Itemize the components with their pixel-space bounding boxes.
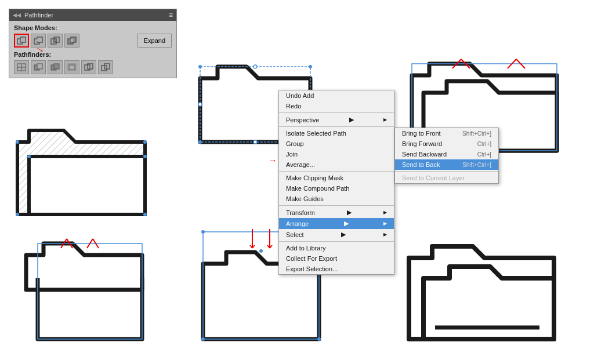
- ctx-isolate[interactable]: Isolate Selected Path: [279, 128, 394, 139]
- pathfinder-panel: ◀◀ Pathfinder ≡ Shape Modes:: [9, 9, 177, 78]
- context-menu[interactable]: Undo Add Redo Perspective▶ Isolate Selec…: [278, 90, 394, 275]
- svg-point-25: [16, 140, 19, 144]
- svg-rect-7: [54, 39, 56, 42]
- svg-point-29: [27, 155, 31, 158]
- svg-point-39: [253, 140, 257, 144]
- folder-final: [400, 226, 563, 350]
- outline-button[interactable]: [81, 60, 96, 74]
- svg-point-36: [253, 65, 257, 68]
- ctx-collect-export[interactable]: Collect For Export: [279, 253, 394, 264]
- crop-button[interactable]: [64, 60, 79, 74]
- pathfinders-label: Pathfinders:: [14, 51, 172, 58]
- svg-point-61: [259, 249, 263, 253]
- trim-button[interactable]: [31, 60, 46, 74]
- svg-point-32: [198, 65, 202, 68]
- ctx-sep-2: [279, 126, 394, 127]
- panel-titlebar: ◀◀ Pathfinder ≡: [9, 9, 176, 21]
- ctx-bring-forward[interactable]: Bring Forward Ctrl+]: [395, 139, 498, 149]
- svg-rect-17: [54, 64, 59, 69]
- svg-point-28: [143, 213, 147, 216]
- ctx-arrange[interactable]: Arrange▶: [279, 218, 394, 229]
- ctx-join[interactable]: Join: [279, 149, 394, 159]
- ctx-group[interactable]: Group: [279, 139, 394, 149]
- svg-point-30: [143, 155, 147, 158]
- ctx-sep-1: [279, 112, 394, 113]
- ctx-send-current-layer[interactable]: Send to Current Layer: [395, 173, 498, 183]
- arrange-submenu[interactable]: Bring to Front Shift+Ctrl+] Bring Forwar…: [394, 128, 499, 184]
- ctx-sep-3: [279, 171, 394, 172]
- expand-button[interactable]: Expand: [137, 34, 172, 48]
- svg-point-26: [143, 140, 147, 144]
- panel-title: Pathfinder: [24, 12, 53, 19]
- svg-rect-10: [71, 39, 73, 42]
- ctx-clipping-mask[interactable]: Make Clipping Mask: [279, 173, 394, 183]
- divide-button[interactable]: [14, 60, 29, 74]
- ctx-sub-sep: [395, 171, 498, 172]
- ctx-redo[interactable]: Redo: [279, 101, 394, 111]
- shape-modes-row: Expand: [14, 34, 172, 48]
- unite-button[interactable]: [14, 34, 29, 48]
- ctx-undo-add[interactable]: Undo Add: [279, 90, 394, 101]
- ctx-sep-5: [279, 241, 394, 242]
- folder-bottom-left: [17, 232, 151, 350]
- merge-button[interactable]: [48, 60, 63, 74]
- svg-rect-1: [20, 37, 26, 42]
- svg-point-37: [198, 103, 202, 106]
- ctx-transform[interactable]: Transform▶: [279, 207, 394, 218]
- folder-hatched: [12, 113, 151, 223]
- pathfinders-row: [14, 60, 172, 74]
- ctx-send-to-back[interactable]: Send to Back Shift+Ctrl+[: [395, 159, 498, 170]
- intersect-button[interactable]: [48, 34, 63, 48]
- svg-point-53: [201, 337, 205, 341]
- ctx-perspective[interactable]: Perspective▶: [279, 114, 394, 125]
- svg-point-34: [198, 140, 202, 144]
- panel-menu-button[interactable]: ≡: [169, 11, 173, 19]
- exclude-button[interactable]: [64, 34, 79, 48]
- minus-back-button[interactable]: [98, 60, 113, 74]
- ctx-make-guides[interactable]: Make Guides: [279, 194, 394, 204]
- svg-point-54: [317, 337, 321, 341]
- minus-front-button[interactable]: [31, 34, 46, 48]
- arrange-arrow: →: [268, 155, 277, 166]
- panel-body: Shape Modes:: [9, 21, 176, 78]
- svg-rect-4: [37, 39, 39, 41]
- panel-collapse-icon[interactable]: ◀◀: [13, 12, 21, 18]
- ctx-compound-path[interactable]: Make Compound Path: [279, 183, 394, 194]
- ctx-select[interactable]: Select▶: [279, 229, 394, 240]
- ctx-send-backward[interactable]: Send Backward Ctrl+[: [395, 149, 498, 159]
- svg-rect-15: [37, 64, 42, 69]
- svg-point-33: [309, 65, 312, 68]
- svg-rect-18: [69, 65, 75, 70]
- ctx-average[interactable]: Average...: [279, 159, 394, 170]
- svg-point-51: [201, 230, 205, 234]
- shape-modes-label: Shape Modes:: [14, 24, 172, 31]
- svg-point-27: [16, 213, 19, 216]
- ctx-add-library[interactable]: Add to Library: [279, 243, 394, 253]
- ctx-bring-to-front[interactable]: Bring to Front Shift+Ctrl+]: [395, 128, 498, 139]
- ctx-export-selection[interactable]: Export Selection...: [279, 264, 394, 274]
- ctx-sep-4: [279, 205, 394, 206]
